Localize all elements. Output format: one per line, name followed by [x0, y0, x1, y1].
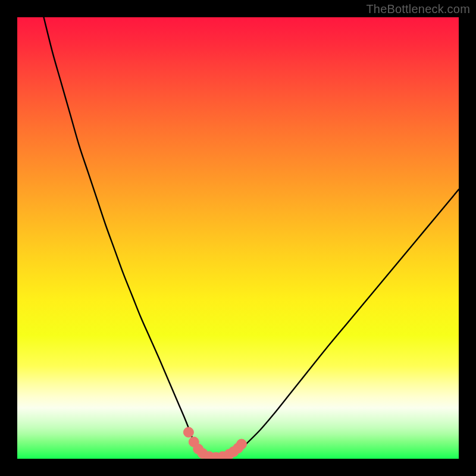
highlight-marker: [236, 439, 246, 449]
watermark-text: TheBottleneck.com: [366, 2, 470, 16]
highlight-marker: [183, 427, 193, 437]
plot-area: [17, 17, 459, 459]
chart-frame: TheBottleneck.com: [0, 0, 476, 476]
curve-layer: [17, 17, 459, 459]
highlight-markers: [183, 427, 246, 459]
bottleneck-curve: [44, 17, 459, 457]
